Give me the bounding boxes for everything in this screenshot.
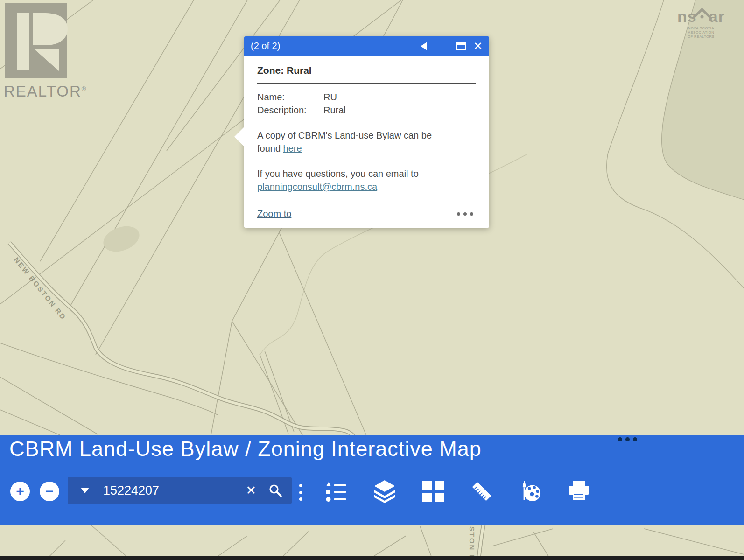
search-source-dropdown-icon[interactable] (81, 488, 89, 493)
search-box: ✕ (68, 477, 292, 504)
layers-icon[interactable] (373, 480, 396, 503)
popup-title: Zone: Rural (257, 65, 476, 76)
zoom-to-link[interactable]: Zoom to (257, 209, 291, 219)
search-options-kebab-icon[interactable] (299, 483, 302, 502)
legend-icon[interactable] (325, 480, 347, 503)
road-label-boston-rd-vertical: STON R (468, 526, 476, 560)
nsar-watermark: nsar NOVA SCOTIA ASSOCIATION OF REALTORS (675, 7, 727, 39)
app-window: NEW BOSTON RD STON R REALTOR® nsar NOVA … (0, 0, 744, 560)
taskbar-edge (0, 556, 744, 560)
bylaw-paragraph: A copy of CBRM's Land-use Bylaw can be f… (257, 129, 476, 155)
toolbar (325, 480, 590, 503)
popup-footer: Zoom to (257, 209, 473, 219)
popup-pagination: (2 of 2) (251, 41, 280, 51)
realtor-wordmark: REALTOR® (4, 83, 90, 100)
field-value: Rural (323, 104, 346, 117)
previous-feature-icon[interactable] (421, 42, 427, 50)
ellipsis-icon[interactable] (457, 212, 473, 216)
nsar-subtext: NOVA SCOTIA ASSOCIATION OF REALTORS (675, 26, 727, 39)
zoom-in-button[interactable]: + (10, 482, 30, 501)
app-title: CBRM Land-Use Bylaw / Zoning Interactive… (9, 437, 482, 461)
search-input[interactable] (103, 483, 220, 498)
search-icon[interactable] (268, 483, 282, 497)
contact-paragraph: If you have questions, you can email to … (257, 167, 476, 193)
zoom-out-button[interactable]: − (40, 482, 59, 501)
popup-header: (2 of 2) ✕ (244, 36, 489, 56)
popup-pointer (234, 127, 244, 147)
feature-popup: (2 of 2) ✕ Zone: Rural Name: RU Descript… (244, 36, 489, 228)
realtor-watermark: REALTOR® (4, 2, 90, 100)
draw-icon[interactable] (519, 480, 541, 503)
planning-email-link[interactable]: planningconsult@cbrm.ns.ca (257, 182, 377, 192)
bylaw-here-link[interactable]: here (283, 143, 302, 154)
divider (257, 83, 476, 84)
field-row-description: Description: Rural (257, 104, 476, 117)
field-row-name: Name: RU (257, 91, 476, 104)
print-icon[interactable] (568, 480, 590, 503)
overflow-dots-icon[interactable] (618, 437, 637, 441)
bottom-bar: CBRM Land-Use Bylaw / Zoning Interactive… (0, 435, 744, 525)
clear-search-icon[interactable]: ✕ (246, 484, 256, 497)
field-value: RU (323, 91, 337, 104)
field-label: Description: (257, 104, 323, 117)
realtor-r-logo-icon (4, 2, 68, 79)
nsar-roof-icon (693, 7, 711, 19)
close-icon[interactable]: ✕ (473, 42, 483, 51)
popup-body: Zone: Rural Name: RU Description: Rural … (244, 56, 489, 193)
basemap-gallery-icon[interactable] (422, 480, 444, 503)
field-label: Name: (257, 91, 323, 104)
nsar-wordmark: nsar (675, 7, 727, 25)
maximize-icon[interactable] (456, 42, 466, 50)
measure-icon[interactable] (470, 480, 493, 503)
